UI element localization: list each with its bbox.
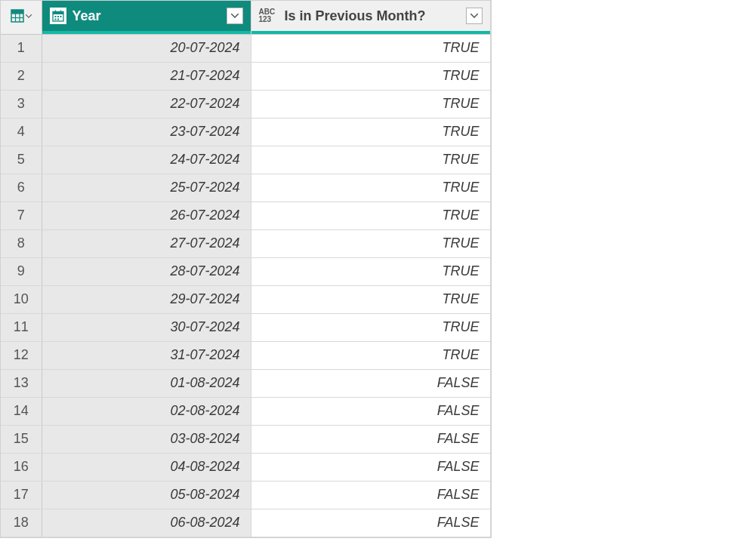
svg-rect-12 bbox=[60, 16, 61, 17]
svg-rect-7 bbox=[53, 12, 63, 15]
cell-prev-month[interactable]: FALSE bbox=[251, 369, 490, 397]
cell-year[interactable]: 20-07-2024 bbox=[42, 34, 251, 62]
cell-prev-month[interactable]: TRUE bbox=[251, 341, 490, 369]
row-number[interactable]: 10 bbox=[1, 285, 42, 313]
table-row[interactable]: 625-07-2024TRUE bbox=[1, 174, 490, 202]
row-number[interactable]: 15 bbox=[1, 425, 42, 453]
table-row[interactable]: 1806-08-2024FALSE bbox=[1, 509, 490, 537]
cell-year[interactable]: 27-07-2024 bbox=[42, 229, 251, 257]
select-all-corner[interactable] bbox=[1, 1, 42, 31]
cell-year[interactable]: 05-08-2024 bbox=[42, 481, 251, 509]
chevron-down-icon bbox=[470, 14, 478, 18]
table-row[interactable]: 221-07-2024TRUE bbox=[1, 62, 490, 90]
cell-year[interactable]: 29-07-2024 bbox=[42, 285, 251, 313]
cell-prev-month[interactable]: FALSE bbox=[251, 481, 490, 509]
cell-prev-month[interactable]: TRUE bbox=[251, 90, 490, 118]
row-number[interactable]: 16 bbox=[1, 453, 42, 481]
cell-year[interactable]: 01-08-2024 bbox=[42, 369, 251, 397]
cell-year[interactable]: 26-07-2024 bbox=[42, 202, 251, 229]
cell-prev-month[interactable]: TRUE bbox=[251, 313, 490, 341]
column-label: Is in Previous Month? bbox=[285, 8, 460, 24]
svg-rect-10 bbox=[54, 16, 56, 17]
svg-rect-5 bbox=[11, 10, 23, 14]
cell-prev-month[interactable]: FALSE bbox=[251, 425, 490, 453]
row-number[interactable]: 1 bbox=[1, 34, 42, 62]
cell-year[interactable]: 04-08-2024 bbox=[42, 453, 251, 481]
table-row[interactable]: 827-07-2024TRUE bbox=[1, 229, 490, 257]
row-number[interactable]: 7 bbox=[1, 202, 42, 229]
table-row[interactable]: 1029-07-2024TRUE bbox=[1, 285, 490, 313]
cell-year[interactable]: 31-07-2024 bbox=[42, 341, 251, 369]
cell-prev-month[interactable]: TRUE bbox=[251, 34, 490, 62]
table-row[interactable]: 120-07-2024TRUE bbox=[1, 34, 490, 62]
table-row[interactable]: 1503-08-2024FALSE bbox=[1, 425, 490, 453]
column-filter-button[interactable] bbox=[227, 8, 243, 24]
cell-prev-month[interactable]: FALSE bbox=[251, 453, 490, 481]
row-number[interactable]: 11 bbox=[1, 313, 42, 341]
cell-prev-month[interactable]: FALSE bbox=[251, 509, 490, 537]
cell-year[interactable]: 23-07-2024 bbox=[42, 118, 251, 146]
cell-prev-month[interactable]: TRUE bbox=[251, 174, 490, 202]
svg-rect-13 bbox=[54, 19, 56, 20]
cell-prev-month[interactable]: FALSE bbox=[251, 397, 490, 425]
chevron-down-icon bbox=[26, 14, 32, 18]
table-row[interactable]: 1130-07-2024TRUE bbox=[1, 313, 490, 341]
table-row[interactable]: 524-07-2024TRUE bbox=[1, 146, 490, 174]
row-number[interactable]: 2 bbox=[1, 62, 42, 90]
table-icon bbox=[11, 9, 24, 23]
svg-rect-11 bbox=[57, 16, 59, 17]
cell-year[interactable]: 02-08-2024 bbox=[42, 397, 251, 425]
row-number[interactable]: 13 bbox=[1, 369, 42, 397]
table-row[interactable]: 1231-07-2024TRUE bbox=[1, 341, 490, 369]
cell-year[interactable]: 22-07-2024 bbox=[42, 90, 251, 118]
row-number[interactable]: 4 bbox=[1, 118, 42, 146]
chevron-down-icon bbox=[231, 14, 239, 18]
cell-year[interactable]: 24-07-2024 bbox=[42, 146, 251, 174]
cell-prev-month[interactable]: TRUE bbox=[251, 202, 490, 229]
column-filter-button[interactable] bbox=[466, 8, 483, 24]
data-table: Year ABC 123 Is in Previous Month? bbox=[0, 0, 492, 538]
cell-year[interactable]: 06-08-2024 bbox=[42, 509, 251, 537]
column-header-year[interactable]: Year bbox=[42, 1, 251, 31]
row-number[interactable]: 12 bbox=[1, 341, 42, 369]
cell-year[interactable]: 28-07-2024 bbox=[42, 257, 251, 285]
row-number[interactable]: 8 bbox=[1, 229, 42, 257]
row-number[interactable]: 14 bbox=[1, 397, 42, 425]
table-row[interactable]: 1705-08-2024FALSE bbox=[1, 481, 490, 509]
cell-prev-month[interactable]: TRUE bbox=[251, 229, 490, 257]
table-row[interactable]: 322-07-2024TRUE bbox=[1, 90, 490, 118]
cell-prev-month[interactable]: TRUE bbox=[251, 285, 490, 313]
column-label: Year bbox=[72, 8, 221, 24]
table-row[interactable]: 928-07-2024TRUE bbox=[1, 257, 490, 285]
cell-prev-month[interactable]: TRUE bbox=[251, 118, 490, 146]
svg-rect-14 bbox=[57, 19, 59, 20]
cell-year[interactable]: 30-07-2024 bbox=[42, 313, 251, 341]
date-type-icon bbox=[50, 8, 66, 24]
cell-year[interactable]: 03-08-2024 bbox=[42, 425, 251, 453]
cell-prev-month[interactable]: TRUE bbox=[251, 257, 490, 285]
row-number[interactable]: 3 bbox=[1, 90, 42, 118]
cell-year[interactable]: 25-07-2024 bbox=[42, 174, 251, 202]
cell-prev-month[interactable]: TRUE bbox=[251, 146, 490, 174]
table-row[interactable]: 1301-08-2024FALSE bbox=[1, 369, 490, 397]
row-number[interactable]: 17 bbox=[1, 481, 42, 509]
any-type-icon: ABC 123 bbox=[259, 8, 279, 23]
row-number[interactable]: 6 bbox=[1, 174, 42, 202]
table-row[interactable]: 1604-08-2024FALSE bbox=[1, 453, 490, 481]
table-row[interactable]: 726-07-2024TRUE bbox=[1, 202, 490, 229]
row-number[interactable]: 5 bbox=[1, 146, 42, 174]
table-row[interactable]: 1402-08-2024FALSE bbox=[1, 397, 490, 425]
column-header-prev-month[interactable]: ABC 123 Is in Previous Month? bbox=[251, 1, 490, 31]
table-row[interactable]: 423-07-2024TRUE bbox=[1, 118, 490, 146]
header-row: Year ABC 123 Is in Previous Month? bbox=[1, 1, 490, 31]
cell-year[interactable]: 21-07-2024 bbox=[42, 62, 251, 90]
row-number[interactable]: 18 bbox=[1, 509, 42, 537]
cell-prev-month[interactable]: TRUE bbox=[251, 62, 490, 90]
row-number[interactable]: 9 bbox=[1, 257, 42, 285]
